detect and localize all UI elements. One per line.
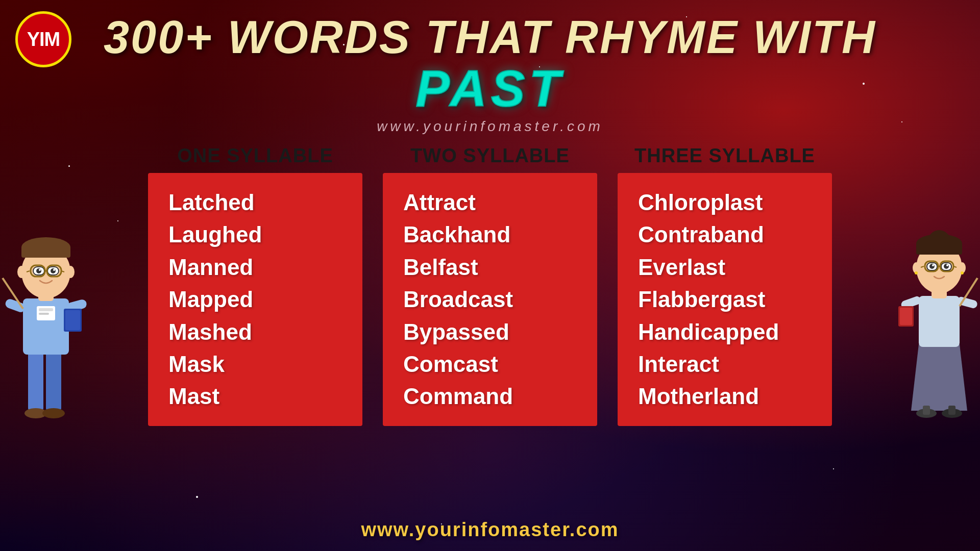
svg-rect-39 <box>923 406 930 415</box>
word-3-1: Chloroplast <box>638 187 812 217</box>
svg-point-28 <box>17 266 26 278</box>
word-2-5: Bypassed <box>403 317 577 347</box>
word-card-2: Attract Backhand Belfast Broadcast Bypas… <box>383 173 597 426</box>
svg-point-3 <box>42 408 65 418</box>
main-title: 300+ WORDS THAT RHYME WITH <box>104 14 876 60</box>
svg-point-50 <box>932 264 934 266</box>
footer-url: www.yourinfomaster.com <box>361 519 619 541</box>
character-left <box>0 196 92 441</box>
word-3-4: Flabbergast <box>638 284 812 314</box>
word-1-1: Latched <box>168 187 342 217</box>
word-2-4: Broadcast <box>403 284 577 314</box>
word-1-2: Laughed <box>168 219 342 249</box>
svg-rect-31 <box>919 296 960 347</box>
word-3-6: Interact <box>638 349 812 379</box>
svg-point-19 <box>36 268 41 273</box>
word-3-2: Contraband <box>638 219 812 249</box>
word-3-5: Handicapped <box>638 317 812 347</box>
svg-point-21 <box>39 269 41 271</box>
svg-rect-7 <box>39 313 49 315</box>
svg-rect-40 <box>948 406 955 415</box>
column-two-syllable: TWO SYLLABLE Attract Backhand Belfast Br… <box>383 145 597 426</box>
svg-marker-30 <box>911 344 967 411</box>
svg-rect-6 <box>39 308 53 311</box>
svg-rect-16 <box>21 246 70 258</box>
word-2-7: Command <box>403 381 577 411</box>
svg-rect-0 <box>28 349 43 411</box>
svg-point-20 <box>51 268 56 273</box>
title-section: 300+ WORDS THAT RHYME WITH PAST www.your… <box>104 0 876 135</box>
word-1-7: Mast <box>168 381 342 411</box>
column-1-header: ONE SYLLABLE <box>177 145 333 167</box>
svg-rect-36 <box>900 308 912 325</box>
svg-rect-33 <box>957 296 978 309</box>
logo: YIM <box>15 11 71 67</box>
svg-rect-8 <box>4 297 27 313</box>
svg-point-49 <box>944 264 949 269</box>
svg-point-60 <box>961 271 964 274</box>
highlight-word: PAST <box>104 60 876 116</box>
word-1-5: Mashed <box>168 317 342 347</box>
word-card-1: Latched Laughed Manned Mapped Mashed Mas… <box>148 173 362 426</box>
svg-point-51 <box>946 264 948 266</box>
svg-point-48 <box>929 264 935 269</box>
word-3-3: Everlast <box>638 252 812 282</box>
word-1-4: Mapped <box>168 284 342 314</box>
word-3-7: Motherland <box>638 381 812 411</box>
word-card-3: Chloroplast Contraband Everlast Flabberg… <box>618 173 832 426</box>
logo-text: YIM <box>27 29 60 51</box>
character-right <box>898 196 980 441</box>
columns-wrapper: ONE SYLLABLE Latched Laughed Manned Mapp… <box>0 145 980 426</box>
svg-point-45 <box>928 230 950 253</box>
word-2-3: Belfast <box>403 252 577 282</box>
column-3-header: THREE SYLLABLE <box>634 145 815 167</box>
svg-point-59 <box>915 271 918 274</box>
svg-point-22 <box>53 269 55 271</box>
svg-rect-12 <box>65 310 80 330</box>
word-1-3: Manned <box>168 252 342 282</box>
word-2-1: Attract <box>403 187 577 217</box>
column-one-syllable: ONE SYLLABLE Latched Laughed Manned Mapp… <box>148 145 362 426</box>
word-2-2: Backhand <box>403 219 577 249</box>
subtitle-url: www.yourinfomaster.com <box>104 118 876 135</box>
svg-rect-1 <box>46 349 61 411</box>
svg-point-29 <box>66 266 75 278</box>
word-2-6: Comcast <box>403 349 577 379</box>
column-2-header: TWO SYLLABLE <box>410 145 570 167</box>
word-1-6: Mask <box>168 349 342 379</box>
column-three-syllable: THREE SYLLABLE Chloroplast Contraband Ev… <box>618 145 832 426</box>
